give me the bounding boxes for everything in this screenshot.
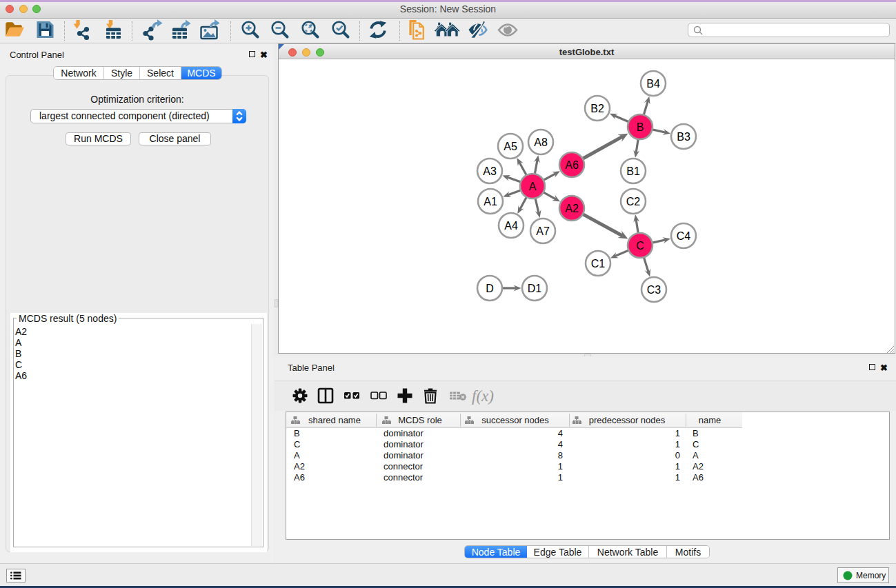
svg-text:B2: B2 <box>590 103 604 114</box>
svg-text:C3: C3 <box>647 284 661 296</box>
svg-text:B4: B4 <box>646 78 660 90</box>
svg-text:D: D <box>486 283 494 294</box>
svg-text:A6: A6 <box>565 159 579 171</box>
svg-text:A5: A5 <box>504 141 517 152</box>
svg-text:C4: C4 <box>677 230 691 242</box>
svg-text:A4: A4 <box>504 220 518 232</box>
svg-text:A: A <box>529 181 537 192</box>
svg-text:A2: A2 <box>565 203 579 214</box>
svg-text:A3: A3 <box>483 165 497 177</box>
svg-text:C: C <box>636 240 644 252</box>
svg-text:B1: B1 <box>626 165 640 177</box>
svg-text:f(x): f(x) <box>472 387 494 405</box>
svg-text:C2: C2 <box>626 196 641 207</box>
svg-text:D1: D1 <box>528 283 542 294</box>
svg-text:A1: A1 <box>484 196 497 207</box>
svg-text:B: B <box>637 121 644 133</box>
svg-text:B3: B3 <box>677 131 690 143</box>
svg-text:A7: A7 <box>536 225 550 237</box>
svg-text:A8: A8 <box>534 136 548 148</box>
svg-text:C1: C1 <box>591 258 606 270</box>
